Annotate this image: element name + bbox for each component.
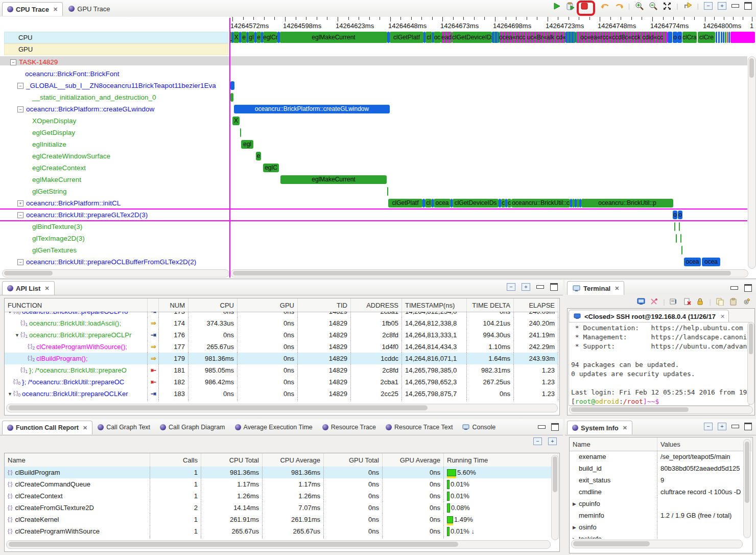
col-header-pct[interactable]: Running Time <box>444 453 558 467</box>
zoom-fit-icon[interactable] <box>663 2 671 10</box>
sysinfo-row-cpuinfo[interactable]: ▶cpuinfo <box>570 498 751 510</box>
tab-cpu-trace[interactable]: CPU Trace✕ <box>2 2 63 16</box>
col-header-icon[interactable] <box>148 298 159 312</box>
gantt-bar[interactable] <box>674 222 675 231</box>
tree-row-eglmakecurrent[interactable]: eglMakeCurrent <box>0 174 253 186</box>
new-terminal-icon[interactable] <box>636 298 645 306</box>
gantt-bar[interactable]: ocea <box>434 199 451 207</box>
gantt-bar[interactable]: clGetDeviceIDs <box>453 199 499 207</box>
tab-call-graph-diagram[interactable]: Call Graph Diagram <box>155 421 229 434</box>
sysinfo-row-build_id[interactable]: build_id80b38bd05f2aeaedd5d125 <box>570 462 751 474</box>
expand-all-icon[interactable]: + <box>718 423 726 430</box>
maximize-view-icon[interactable] <box>744 2 752 10</box>
minimize-panel-icon[interactable] <box>731 425 739 428</box>
col-header-num[interactable]: NUM <box>159 298 188 312</box>
tree-row-eglgetdisplay[interactable]: eglGetDisplay <box>0 127 253 138</box>
run-icon[interactable] <box>552 2 561 10</box>
col-header-cpu_avg[interactable]: CPU Average <box>263 453 324 467</box>
gantt-bar[interactable]: oceancru::BrickUtil::c <box>511 199 570 207</box>
minimize-panel-icon[interactable] <box>538 425 546 429</box>
col-header-elapse[interactable]: ELAPSE <box>514 298 558 312</box>
expand-arrow-icon[interactable]: ▼ <box>8 312 13 314</box>
collapse-all-icon[interactable]: − <box>704 2 713 10</box>
cpu-band-segment[interactable] <box>730 32 755 43</box>
report-vscrollbar[interactable] <box>551 455 559 540</box>
cpu-band-segment[interactable]: eglMakeCurrent <box>280 32 387 43</box>
expand-arrow-icon[interactable]: ▼ <box>15 333 20 338</box>
tab-call-graph-text[interactable]: Call Graph Text <box>93 421 155 434</box>
gantt-bar[interactable]: ocea <box>702 258 720 266</box>
col-header-gpu[interactable]: GPU <box>238 298 298 312</box>
sysinfo-row-meminfo[interactable]: meminfo1.2 / 1.9 GB (free / total) <box>570 510 751 521</box>
terminal-vscrollbar[interactable] <box>747 322 754 405</box>
collapse-all-icon[interactable]: − <box>533 437 542 445</box>
gantt-bar[interactable]: X <box>232 117 240 125</box>
maximize-panel-icon[interactable] <box>550 283 558 291</box>
tree-row--global-sub-i-zn8oceancru11brickteapot11bezier1eva[interactable]: −_GLOBAL__sub_I__ZN8oceancru11BrickTeapo… <box>0 80 246 91</box>
cpu-band-segment[interactable]: o <box>677 32 682 43</box>
gantt-bar[interactable]: c <box>501 199 505 207</box>
gantt-bar[interactable] <box>230 81 234 90</box>
col-header-gpu_total[interactable]: GPU Total <box>324 453 383 467</box>
report-hscrollbar[interactable] <box>6 540 551 549</box>
collapse-all-icon[interactable]: − <box>704 423 713 430</box>
cpu-band-segment[interactable]: oc <box>434 32 441 43</box>
collapse-toggle-icon[interactable]: − <box>17 83 23 89</box>
gantt-bar[interactable]: e <box>256 152 261 160</box>
api-row-177[interactable]: {:}2clCreateProgramWithSource();⇒177265.… <box>5 341 558 353</box>
gantt-bar[interactable] <box>681 246 682 255</box>
tab-console[interactable]: Console <box>458 421 500 434</box>
timeline-cursor-line[interactable] <box>229 18 230 278</box>
cpu-band-segment[interactable]: eglCr <box>263 32 277 43</box>
tab-gpu-trace[interactable]: GPU Trace <box>64 2 114 15</box>
collapse-toggle-icon[interactable]: − <box>17 259 23 265</box>
cpu-band-segment[interactable] <box>727 32 728 43</box>
tab-resource-trace-text[interactable]: Resource Trace Text <box>381 421 457 434</box>
undo-icon[interactable] <box>601 2 609 10</box>
tree-row-xopendisplay[interactable]: XOpenDisplay <box>0 115 253 127</box>
cpu-band-segment[interactable]: clCra <box>682 32 697 43</box>
disconnect-icon[interactable] <box>650 298 658 306</box>
api-hscrollbar[interactable] <box>6 404 558 412</box>
chart-vscrollbar[interactable] <box>748 56 756 269</box>
minimize-panel-icon[interactable] <box>730 286 738 290</box>
cpu-band-segment[interactable] <box>723 32 724 43</box>
col-header-address[interactable]: ADDRESS <box>351 298 402 312</box>
report-row-clEnqueueAcquireGLObjects[interactable]: {:}clEnqueueAcquireGLObjects6861.041.518… <box>5 537 558 539</box>
maximize-panel-icon[interactable] <box>744 423 752 430</box>
tree-row--static-initialization-and-destruction-0[interactable]: __static_initialization_and_destruction_… <box>0 91 253 103</box>
cpu-band-segment[interactable] <box>725 32 726 43</box>
api-row-173[interactable]: ▼{:}0oceancru::BrickUtil::prepareOCLPro⇥… <box>5 312 558 317</box>
cpu-band-segment[interactable]: oc«ea«rcc«ccd8c«cck cdid«cc <box>576 32 668 43</box>
sysinfo-row-cmdline[interactable]: cmdlinecluftrace record -t 100us -D <box>570 486 751 498</box>
gantt-bar[interactable] <box>676 234 677 243</box>
gantt-bar[interactable] <box>387 187 388 196</box>
api-row-182[interactable]: {:}0}; /*oceancru::BrickUtil::prepareOC⇤… <box>5 376 558 388</box>
report-row-clCreateProgramWithSource[interactable]: {:}clCreateProgramWithSource1265.67us265… <box>5 525 558 537</box>
zoom-in-icon[interactable] <box>635 2 644 10</box>
gantt-bar[interactable] <box>680 234 681 243</box>
expand-arrow-icon[interactable]: ▼ <box>8 391 13 397</box>
tree-row-eglinitialize[interactable]: eglInitialize <box>0 138 253 150</box>
redo-icon[interactable] <box>615 2 623 10</box>
api-row-174[interactable]: {:}1oceancru::BrickUtil::loadAscii();⇒17… <box>5 317 558 329</box>
col-header-cpu_total[interactable]: CPU Total <box>201 453 263 467</box>
close-icon[interactable]: ✕ <box>83 425 87 431</box>
cpu-band-segment[interactable]: X <box>233 32 239 43</box>
cpu-band-segment[interactable] <box>728 32 730 43</box>
collapse-toggle-icon[interactable]: − <box>17 212 23 218</box>
chart-hscrollbar[interactable] <box>230 269 748 278</box>
api-row-183[interactable]: ▼{:}0oceancru::BrickUtil::prepareOCLKer⇥… <box>5 388 558 400</box>
col-header-value[interactable]: Values <box>657 437 751 451</box>
tree-row-oceancru-brickplatform-initcl[interactable]: +oceancru::BrickPlatform::initCL <box>0 197 246 209</box>
profile-icon[interactable] <box>566 2 575 10</box>
expand-arrow-icon[interactable]: ▶ <box>573 537 576 539</box>
cpu-band-segment[interactable] <box>492 32 499 43</box>
col-header-function[interactable]: FUNCTION <box>5 298 148 312</box>
clear-console-icon[interactable] <box>683 298 692 306</box>
minimize-view-icon[interactable] <box>731 4 739 8</box>
sysinfo-row-exit_status[interactable]: exit_status9 <box>570 474 751 486</box>
settings-icon[interactable] <box>742 298 751 306</box>
cpu-band-segment[interactable] <box>716 32 722 43</box>
cpu-band-segment[interactable]: clCre <box>698 32 715 43</box>
